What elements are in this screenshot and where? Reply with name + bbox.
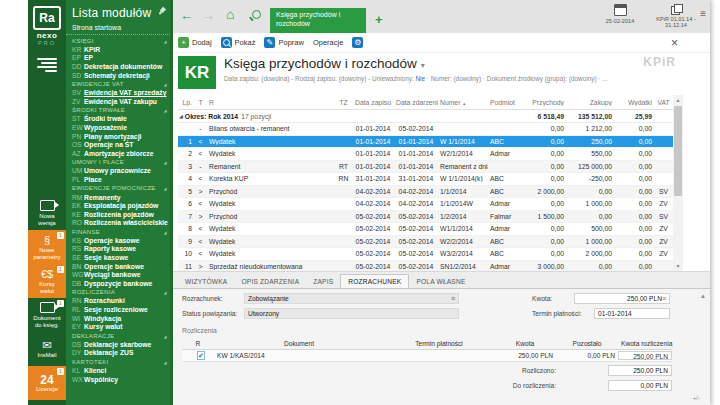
scrollbar-thumb[interactable]	[674, 106, 682, 196]
shortcut-licencje[interactable]: 1 24Licencje	[28, 366, 66, 400]
group-expander-icon[interactable]: ◢	[179, 113, 183, 119]
detail-tab-ZAPIS[interactable]: ZAPIS	[306, 275, 340, 288]
sidebar-section-KSIĘGI[interactable]: KSIĘGI◢	[66, 36, 170, 45]
sidebar-item-strona-startowa[interactable]: Strona startowa	[66, 22, 170, 35]
close-icon[interactable]: ×	[671, 36, 678, 50]
shortcut-insmail[interactable]: ✉InsMail	[28, 332, 66, 366]
detail-tab-WIZYTÓWKA[interactable]: WIZYTÓWKA	[178, 275, 234, 288]
sidebar-section-EWIDENCJE POMOCNICZE[interactable]: EWIDENCJE POMOCNICZE◢	[66, 184, 170, 193]
filter-summary[interactable]: Data zapisu: (dowolna) - Rodzaj zapisu: …	[224, 75, 644, 82]
sidebar-item-PL[interactable]: PL Płace	[66, 175, 170, 184]
dodaj-button[interactable]: +Dodaj	[178, 37, 212, 48]
column-header-Data zdarzenia[interactable]: Data zdarzenia	[394, 99, 438, 106]
sidebar-section-UMOWY I PŁACE[interactable]: UMOWY I PŁACE◢	[66, 158, 170, 167]
sidebar-item-RS[interactable]: RS Raporty kasowe	[66, 245, 170, 254]
column-header-R[interactable]: R	[207, 99, 335, 106]
sidebar-item-DY[interactable]: DY Deklaracje ZUS	[66, 349, 170, 358]
table-row[interactable]: 3-RemanentRT01-01-201401-01-2014Remanent…	[178, 161, 673, 174]
search-icon[interactable]	[252, 10, 261, 19]
sidebar-item-RM[interactable]: RM Remanenty	[66, 193, 170, 202]
scroll-up-icon[interactable]: ▴	[673, 95, 683, 105]
column-header-T[interactable]: T	[194, 99, 207, 106]
rozliczenie-checkbox[interactable]: ✔	[197, 351, 205, 360]
sidebar-item-KS[interactable]: KS Operacje kasowe	[66, 236, 170, 245]
table-row[interactable]: 10<Wydatek05-02-201405-02-2014W3/2/2014A…	[178, 248, 673, 261]
table-row[interactable]: 7>Przychód05-02-201405-02-20141/2/2014Fa…	[178, 211, 673, 224]
sidebar-item-RN[interactable]: RN Rozrachunki	[66, 297, 170, 306]
panel-scroll-up-icon[interactable]: ▲	[700, 293, 706, 299]
rozrachunek-field[interactable]: Zobowiązanie≡	[244, 293, 459, 304]
shortcut-dokument-do-ksieg[interactable]: 1 Dokumentdo księg.	[28, 298, 66, 332]
sidebar-item-SD[interactable]: SD Schematy dekretacji	[66, 71, 170, 80]
sidebar-item-KL[interactable]: KL Klienci	[66, 366, 170, 375]
sidebar-item-EY[interactable]: EY Kursy walut	[66, 322, 170, 331]
sidebar-item-BN[interactable]: BN Operacje bankowe	[66, 262, 170, 271]
column-header-Zakupy[interactable]: Zakupy	[566, 99, 614, 106]
operacje-button[interactable]: Operacje	[313, 37, 343, 48]
detail-tab-POLA WŁASNE[interactable]: POLA WŁASNE	[409, 275, 472, 288]
session-date[interactable]: 25-02-2014	[595, 4, 645, 24]
chevron-down-icon[interactable]: ▾	[421, 61, 425, 70]
rozliczenie-row[interactable]: ✔ KW 1/KAS/2014 250,00 PLN 0,00 PLN 250,…	[182, 350, 672, 362]
field-menu-icon[interactable]: ≡	[662, 295, 666, 302]
forward-icon[interactable]: →	[202, 9, 215, 23]
sidebar-item-SE[interactable]: SE Sesje kasowe	[66, 253, 170, 262]
column-header-VAT[interactable]: VAT	[654, 99, 673, 106]
hamburger-menu-icon[interactable]	[37, 58, 57, 72]
pin-icon[interactable]	[156, 5, 167, 16]
column-header-Przychody[interactable]: Przychody	[524, 99, 566, 106]
sidebar-item-RO[interactable]: RO Rozliczenia właścicielskie	[66, 219, 170, 228]
period-selector[interactable]: KPiR 01.01.14 - 31.12.14	[648, 4, 704, 28]
column-header-Data zapisu[interactable]: Data zapisu	[352, 99, 394, 106]
window-menu-icon[interactable]: ≡	[700, 8, 706, 19]
sidebar-item-RL[interactable]: RL Sesje rozliczeniowe	[66, 305, 170, 314]
table-row[interactable]: 8<Wydatek05-02-201405-02-2014W1/1/2014Ad…	[178, 223, 673, 236]
sidebar-item-EW[interactable]: EW Wyposażenie	[66, 123, 170, 132]
field-menu-icon[interactable]: ≡	[451, 295, 455, 302]
sidebar-item-DB[interactable]: DB Dyspozycje bankowe	[66, 279, 170, 288]
back-icon[interactable]: ←	[180, 9, 193, 23]
expand-collapse-icon[interactable]: +/-	[693, 395, 700, 401]
detail-tab-ROZRACHUNEK[interactable]: ROZRACHUNEK	[340, 274, 409, 288]
table-row[interactable]: 9<Wydatek05-02-201405-02-2014W2/2/2014AB…	[178, 236, 673, 249]
sidebar-item-OS[interactable]: OS Operacje na ŚT	[66, 140, 170, 149]
shortcut-kursy-walut[interactable]: 1 €$Kursywalut	[28, 264, 66, 298]
sidebar-item-SV[interactable]: SV Ewidencja VAT sprzedaży	[66, 88, 170, 97]
column-header-Lp.[interactable]: Lp.	[178, 99, 194, 106]
table-row[interactable]: 2<Wydatek01-01-201401-01-2014W2/1/2014Ad…	[178, 148, 673, 161]
column-header-Wydatki[interactable]: Wydatki	[614, 99, 654, 106]
sidebar-item-KR[interactable]: KR KPiR	[66, 45, 170, 54]
shortcut-nowe-parametry[interactable]: 1 §Noweparametry	[28, 230, 66, 264]
column-header-Podmiot[interactable]: Podmiot	[488, 99, 524, 106]
grid-scrollbar[interactable]: ▴ ▾	[673, 95, 683, 271]
sidebar-section-DEKLARACJE[interactable]: DEKLARACJE◢	[66, 331, 170, 340]
new-tab-icon[interactable]: +	[375, 12, 383, 27]
home-icon[interactable]: ⌂	[226, 7, 234, 21]
table-row[interactable]: 6<Wydatek04-02-201404-02-20141/1/2014WAd…	[178, 198, 673, 211]
sidebar-item-WX[interactable]: WX Wspólnicy	[66, 375, 170, 384]
sidebar-item-DD[interactable]: DD Dekretacja dokumentów	[66, 62, 170, 71]
sidebar-section-KARTOTEKI[interactable]: KARTOTEKI◢	[66, 357, 170, 366]
popraw-button[interactable]: ✎Popraw	[264, 37, 303, 48]
tab-ksiega-przychodow[interactable]: Księga przychodów i rozchodów	[270, 8, 366, 33]
table-row[interactable]: -Bilans otwarcia - remanent01-01-201405-…	[178, 123, 673, 136]
scroll-down-icon[interactable]: ▾	[673, 261, 683, 271]
sidebar-section-FINANSE[interactable]: FINANSE◢	[66, 227, 170, 236]
table-row[interactable]: 5>Przychód04-02-201404-02-20141/1/2014AB…	[178, 186, 673, 199]
shortcut-nowa-wersja[interactable]: Nowawersja	[28, 196, 66, 230]
termin-field[interactable]: 01-01-2014	[594, 308, 670, 319]
kwota-field[interactable]: 250,00 PLN≡	[574, 293, 670, 304]
group-row[interactable]: ◢ Okres: Rok 2014 17 pozycji 6 518,49 13…	[178, 110, 673, 123]
nexo-logo[interactable]: Ra nexo PRO	[28, 0, 66, 46]
table-row[interactable]: 1<Wydatek01-01-201401-01-2014W 1/1/2014A…	[178, 136, 673, 149]
sidebar-item-ZV[interactable]: ZV Ewidencja VAT zakupu	[66, 97, 170, 106]
sidebar-item-WG[interactable]: WG Wyciągi bankowe	[66, 270, 170, 279]
sidebar-item-PN[interactable]: PN Plany amortyzacji	[66, 132, 170, 141]
sidebar-item-UM[interactable]: UM Umowy pracownicze	[66, 167, 170, 176]
sidebar-section-EWIDENCJE VAT[interactable]: EWIDENCJE VAT◢	[66, 79, 170, 88]
sidebar-item-WI[interactable]: WI Windykacja	[66, 314, 170, 323]
sidebar-section-ROZLICZENIA[interactable]: ROZLICZENIA◢	[66, 288, 170, 297]
kwota-rozliczenia-input[interactable]: 250,00 PLN	[618, 351, 672, 360]
table-row[interactable]: 4<Korekta KUPRN31-01-201431-01-2014W 1/1…	[178, 173, 673, 186]
sidebar-section-ŚRODKI TRWAŁE[interactable]: ŚRODKI TRWAŁE◢	[66, 106, 170, 115]
